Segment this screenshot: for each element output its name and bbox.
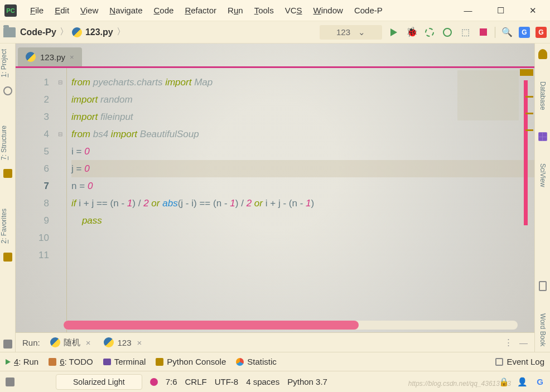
crumb-project[interactable]: Code-Py (20, 27, 56, 37)
theme-indicator[interactable]: Solarized Light (56, 374, 142, 390)
rail-structure[interactable]: 7: Structure (0, 120, 15, 166)
more-icon[interactable]: ⋮ (504, 337, 513, 347)
tw-pyconsole[interactable]: Python Console (156, 357, 226, 366)
todo-icon (49, 358, 56, 366)
close-button[interactable]: ✕ (528, 6, 538, 16)
google-translate-icon[interactable]: G (519, 27, 530, 38)
menu-vcs[interactable]: VCS (279, 6, 308, 15)
menu-navigate[interactable]: Navigate (104, 6, 148, 15)
left-tool-rail: 1: Project 7: Structure 2: Favorites (0, 43, 16, 352)
run-panel-label: Run: (22, 338, 40, 347)
run-tab[interactable]: 123× (100, 337, 145, 347)
menu-tools[interactable]: Tools (249, 6, 279, 15)
warning-marker[interactable] (525, 96, 533, 98)
main-menu: File Edit View Navigate Code Refactor Ru… (25, 6, 463, 15)
window-controls: — ☐ ✕ (463, 6, 538, 16)
error-stripe[interactable] (519, 68, 533, 332)
main-area: 1: Project 7: Structure 2: Favorites 123… (0, 43, 550, 352)
menu-run[interactable]: Run (222, 6, 249, 15)
chevron-right-icon: 〉 (117, 26, 126, 38)
sciview-icon[interactable] (538, 132, 547, 141)
interpreter[interactable]: Python 3.7 (287, 377, 327, 386)
run-button[interactable] (388, 26, 400, 38)
breadcrumb[interactable]: Code-Py 〉 123.py 〉 (20, 26, 126, 38)
hide-icon[interactable]: — (519, 338, 528, 347)
watermark: https://blog.csdn.net/qq_43613793 (408, 380, 511, 388)
stop-button[interactable] (477, 26, 489, 38)
editor-tab[interactable]: 123.py × (18, 47, 82, 66)
line-gutter[interactable]: 1234567891011 (16, 68, 58, 332)
file-encoding[interactable]: UTF-8 (215, 377, 239, 386)
scroll-indicator[interactable] (524, 80, 528, 225)
coverage-button[interactable] (423, 26, 436, 38)
warning-marker[interactable] (525, 113, 533, 114)
recording-indicator (150, 378, 158, 386)
menu-code[interactable]: Code (148, 6, 180, 15)
fold-gutter[interactable]: ⊟⊟ (58, 68, 67, 332)
warning-marker[interactable] (525, 129, 533, 131)
concurrency-button[interactable]: ⬚ (459, 26, 471, 38)
tab-close-button[interactable]: × (70, 53, 74, 61)
title-bar: PC File Edit View Navigate Code Refactor… (0, 0, 550, 21)
horizontal-scrollbar[interactable] (64, 321, 518, 330)
indent-info[interactable]: 4 spaces (246, 377, 279, 386)
bottom-panel: Run: 随机× 123× ⋮ — (16, 332, 534, 352)
menu-codep[interactable]: Code-P (349, 6, 388, 15)
tw-statistic[interactable]: Statistic (236, 357, 277, 366)
bottom-rail-icon[interactable] (3, 340, 12, 349)
google-status-icon[interactable]: G (535, 378, 544, 386)
run-config-name: 123 (336, 27, 350, 37)
python-file-icon (72, 27, 82, 37)
debug-button[interactable]: 🐞 (406, 26, 418, 38)
star-icon (3, 253, 12, 262)
rail-sciview[interactable]: SciView (539, 158, 547, 192)
tw-eventlog[interactable]: Event Log (495, 357, 544, 366)
navigation-bar: Code-Py 〉 123.py 〉 123 ⌄ 🐞 ⬚ 🔍 G G (0, 21, 550, 43)
close-icon[interactable]: × (86, 338, 91, 347)
close-icon[interactable]: × (137, 338, 142, 347)
rail-wordbook[interactable]: Word Book (539, 308, 547, 352)
rail-database[interactable]: Database (539, 76, 547, 115)
database-icon[interactable] (538, 49, 547, 59)
cursor-position[interactable]: 7:6 (166, 377, 177, 386)
tw-todo[interactable]: 6: TODO (49, 357, 93, 366)
python-file-icon (50, 337, 60, 347)
menu-refactor[interactable]: Refactor (179, 6, 222, 15)
search-button[interactable]: 🔍 (501, 26, 513, 38)
terminal-icon (103, 359, 111, 365)
warning-marker[interactable] (520, 69, 533, 76)
tw-run[interactable]: 4: Run (6, 357, 38, 366)
wordbook-icon[interactable] (539, 281, 547, 291)
chevron-right-icon: 〉 (60, 26, 69, 38)
run-panel-tabs: Run: 随机× 123× ⋮ — (16, 333, 534, 352)
python-file-icon (26, 52, 36, 62)
crumb-file[interactable]: 123.py (85, 27, 113, 37)
tw-terminal[interactable]: Terminal (103, 357, 146, 366)
statistic-icon (236, 358, 244, 366)
status-icon[interactable] (6, 378, 15, 386)
run-config-selector[interactable]: 123 ⌄ (320, 25, 382, 40)
google-icon[interactable]: G (535, 27, 547, 38)
run-tab[interactable]: 随机× (47, 337, 94, 348)
maximize-button[interactable]: ☐ (495, 6, 505, 16)
profile-button[interactable] (441, 26, 453, 38)
tab-label: 123.py (40, 52, 65, 62)
menu-edit[interactable]: Edit (49, 6, 75, 15)
inspector-icon[interactable]: 👤 (517, 377, 528, 387)
code-area[interactable]: 1234567891011 ⊟⊟ from pyecharts.charts i… (16, 68, 534, 332)
code-minimap[interactable] (457, 70, 519, 120)
target-icon[interactable] (3, 86, 12, 95)
minimize-button[interactable]: — (463, 6, 473, 16)
scrollbar-thumb[interactable] (64, 321, 359, 330)
rail-favorites[interactable]: 2: Favorites (0, 203, 15, 249)
menu-window[interactable]: Window (308, 6, 349, 15)
menu-view[interactable]: View (75, 6, 104, 15)
menu-file[interactable]: File (25, 6, 49, 15)
editor-tabs: 123.py × (16, 43, 534, 68)
line-separator[interactable]: CRLF (185, 377, 206, 386)
pycharm-icon: PC (4, 4, 17, 17)
run-toolbar: 123 ⌄ 🐞 ⬚ 🔍 G G (320, 25, 547, 40)
editor: 123.py × 1234567891011 ⊟⊟ from pyecharts… (16, 43, 534, 352)
structure-icon (3, 169, 12, 178)
rail-project[interactable]: 1: Project (0, 43, 15, 83)
